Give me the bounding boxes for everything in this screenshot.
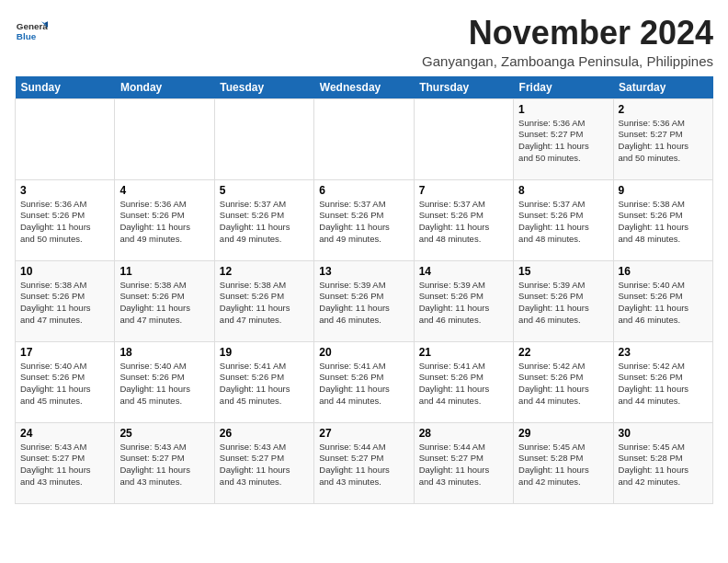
day-number: 2 [619, 103, 708, 116]
day-cell: 9Sunrise: 5:38 AM Sunset: 5:26 PM Daylig… [613, 179, 712, 260]
day-cell [214, 98, 313, 179]
day-info: Sunrise: 5:39 AM Sunset: 5:26 PM Dayligh… [419, 280, 508, 327]
day-number: 25 [119, 427, 209, 440]
day-cell: 22Sunrise: 5:42 AM Sunset: 5:26 PM Dayli… [514, 341, 613, 422]
week-row-2: 3Sunrise: 5:36 AM Sunset: 5:26 PM Daylig… [16, 179, 713, 260]
weekday-header-row: SundayMondayTuesdayWednesdayThursdayFrid… [16, 76, 713, 99]
day-number: 1 [518, 103, 608, 116]
day-cell: 25Sunrise: 5:43 AM Sunset: 5:27 PM Dayli… [115, 422, 214, 503]
day-cell [115, 98, 214, 179]
day-number: 16 [619, 265, 708, 278]
day-info: Sunrise: 5:43 AM Sunset: 5:27 PM Dayligh… [220, 442, 309, 488]
day-info: Sunrise: 5:36 AM Sunset: 5:27 PM Dayligh… [619, 118, 708, 165]
weekday-header-tuesday: Tuesday [214, 76, 313, 99]
day-info: Sunrise: 5:44 AM Sunset: 5:27 PM Dayligh… [319, 442, 408, 488]
day-info: Sunrise: 5:37 AM Sunset: 5:26 PM Dayligh… [419, 199, 508, 246]
day-cell: 5Sunrise: 5:37 AM Sunset: 5:26 PM Daylig… [214, 179, 313, 260]
day-cell: 3Sunrise: 5:36 AM Sunset: 5:26 PM Daylig… [16, 179, 115, 260]
day-info: Sunrise: 5:36 AM Sunset: 5:26 PM Dayligh… [20, 199, 109, 246]
day-info: Sunrise: 5:40 AM Sunset: 5:26 PM Dayligh… [619, 280, 708, 327]
calendar-table: SundayMondayTuesdayWednesdayThursdayFrid… [15, 76, 713, 504]
logo: General Blue [15, 15, 48, 48]
weekday-header-friday: Friday [514, 76, 613, 99]
day-cell: 20Sunrise: 5:41 AM Sunset: 5:26 PM Dayli… [314, 341, 414, 422]
day-info: Sunrise: 5:38 AM Sunset: 5:26 PM Dayligh… [119, 280, 209, 327]
day-info: Sunrise: 5:45 AM Sunset: 5:28 PM Dayligh… [619, 442, 708, 488]
day-cell: 11Sunrise: 5:38 AM Sunset: 5:26 PM Dayli… [115, 260, 214, 341]
day-cell: 14Sunrise: 5:39 AM Sunset: 5:26 PM Dayli… [414, 260, 513, 341]
day-info: Sunrise: 5:43 AM Sunset: 5:27 PM Dayligh… [119, 442, 209, 488]
day-info: Sunrise: 5:45 AM Sunset: 5:28 PM Dayligh… [518, 442, 608, 488]
day-cell: 21Sunrise: 5:41 AM Sunset: 5:26 PM Dayli… [414, 341, 513, 422]
day-cell: 18Sunrise: 5:40 AM Sunset: 5:26 PM Dayli… [115, 341, 214, 422]
day-info: Sunrise: 5:44 AM Sunset: 5:27 PM Dayligh… [419, 442, 508, 488]
day-number: 12 [220, 265, 309, 278]
day-number: 23 [619, 346, 708, 359]
title-area: November 2024 Ganyangan, Zamboanga Penin… [422, 15, 713, 69]
day-cell: 12Sunrise: 5:38 AM Sunset: 5:26 PM Dayli… [214, 260, 313, 341]
day-info: Sunrise: 5:42 AM Sunset: 5:26 PM Dayligh… [518, 361, 608, 408]
day-cell [414, 98, 513, 179]
day-info: Sunrise: 5:38 AM Sunset: 5:26 PM Dayligh… [619, 199, 708, 246]
day-cell: 27Sunrise: 5:44 AM Sunset: 5:27 PM Dayli… [314, 422, 414, 503]
day-info: Sunrise: 5:42 AM Sunset: 5:26 PM Dayligh… [619, 361, 708, 408]
day-number: 5 [220, 184, 309, 197]
location-title: Ganyangan, Zamboanga Peninsula, Philippi… [422, 53, 713, 69]
day-info: Sunrise: 5:41 AM Sunset: 5:26 PM Dayligh… [319, 361, 408, 408]
month-title: November 2024 [422, 15, 713, 52]
day-info: Sunrise: 5:43 AM Sunset: 5:27 PM Dayligh… [20, 442, 109, 488]
day-info: Sunrise: 5:40 AM Sunset: 5:26 PM Dayligh… [20, 361, 109, 408]
day-cell: 30Sunrise: 5:45 AM Sunset: 5:28 PM Dayli… [613, 422, 712, 503]
day-cell: 29Sunrise: 5:45 AM Sunset: 5:28 PM Dayli… [514, 422, 613, 503]
day-info: Sunrise: 5:41 AM Sunset: 5:26 PM Dayligh… [220, 361, 309, 408]
day-number: 15 [518, 265, 608, 278]
day-info: Sunrise: 5:39 AM Sunset: 5:26 PM Dayligh… [518, 280, 608, 327]
day-number: 3 [20, 184, 109, 197]
day-info: Sunrise: 5:40 AM Sunset: 5:26 PM Dayligh… [119, 361, 209, 408]
weekday-header-wednesday: Wednesday [314, 76, 414, 99]
day-info: Sunrise: 5:36 AM Sunset: 5:27 PM Dayligh… [518, 118, 608, 165]
day-number: 8 [518, 184, 608, 197]
day-number: 11 [119, 265, 209, 278]
day-cell: 4Sunrise: 5:36 AM Sunset: 5:26 PM Daylig… [115, 179, 214, 260]
day-number: 7 [419, 184, 508, 197]
day-number: 24 [20, 427, 109, 440]
day-info: Sunrise: 5:37 AM Sunset: 5:26 PM Dayligh… [220, 199, 309, 246]
day-cell: 13Sunrise: 5:39 AM Sunset: 5:26 PM Dayli… [314, 260, 414, 341]
day-cell: 26Sunrise: 5:43 AM Sunset: 5:27 PM Dayli… [214, 422, 313, 503]
day-info: Sunrise: 5:41 AM Sunset: 5:26 PM Dayligh… [419, 361, 508, 408]
day-cell: 10Sunrise: 5:38 AM Sunset: 5:26 PM Dayli… [16, 260, 115, 341]
day-number: 4 [119, 184, 209, 197]
week-row-1: 1Sunrise: 5:36 AM Sunset: 5:27 PM Daylig… [16, 98, 713, 179]
day-number: 13 [319, 265, 408, 278]
day-number: 28 [419, 427, 508, 440]
day-info: Sunrise: 5:37 AM Sunset: 5:26 PM Dayligh… [518, 199, 608, 246]
page-header: General Blue November 2024 Ganyangan, Za… [15, 15, 713, 69]
day-info: Sunrise: 5:38 AM Sunset: 5:26 PM Dayligh… [20, 280, 109, 327]
day-number: 30 [619, 427, 708, 440]
day-cell: 17Sunrise: 5:40 AM Sunset: 5:26 PM Dayli… [16, 341, 115, 422]
day-number: 19 [220, 346, 309, 359]
day-cell: 24Sunrise: 5:43 AM Sunset: 5:27 PM Dayli… [16, 422, 115, 503]
day-cell [314, 98, 414, 179]
day-number: 27 [319, 427, 408, 440]
day-cell [16, 98, 115, 179]
week-row-5: 24Sunrise: 5:43 AM Sunset: 5:27 PM Dayli… [16, 422, 713, 503]
day-cell: 1Sunrise: 5:36 AM Sunset: 5:27 PM Daylig… [514, 98, 613, 179]
weekday-header-monday: Monday [115, 76, 214, 99]
day-info: Sunrise: 5:39 AM Sunset: 5:26 PM Dayligh… [319, 280, 408, 327]
day-cell: 8Sunrise: 5:37 AM Sunset: 5:26 PM Daylig… [514, 179, 613, 260]
day-cell: 19Sunrise: 5:41 AM Sunset: 5:26 PM Dayli… [214, 341, 313, 422]
weekday-header-saturday: Saturday [613, 76, 712, 99]
week-row-3: 10Sunrise: 5:38 AM Sunset: 5:26 PM Dayli… [16, 260, 713, 341]
day-number: 21 [419, 346, 508, 359]
day-number: 26 [220, 427, 309, 440]
day-info: Sunrise: 5:36 AM Sunset: 5:26 PM Dayligh… [119, 199, 209, 246]
logo-icon: General Blue [15, 15, 48, 48]
day-cell: 28Sunrise: 5:44 AM Sunset: 5:27 PM Dayli… [414, 422, 513, 503]
day-number: 6 [319, 184, 408, 197]
svg-text:Blue: Blue [17, 31, 37, 41]
day-number: 22 [518, 346, 608, 359]
day-number: 18 [119, 346, 209, 359]
day-info: Sunrise: 5:38 AM Sunset: 5:26 PM Dayligh… [220, 280, 309, 327]
